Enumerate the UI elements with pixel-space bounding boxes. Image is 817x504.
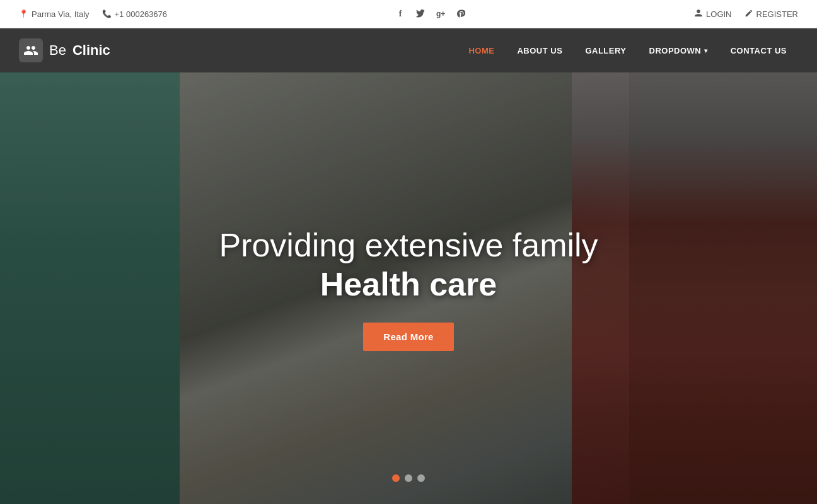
slider-dot-2[interactable]: [405, 474, 412, 482]
facebook-link[interactable]: f: [394, 8, 407, 20]
hero-section: Providing extensive family Health care R…: [0, 72, 817, 504]
logo-icon: [19, 38, 43, 62]
phone-info: 📞 +1 000263676: [102, 9, 168, 19]
twitter-link[interactable]: [414, 8, 427, 20]
hero-content: Providing extensive family Health care R…: [0, 72, 817, 504]
pinterest-link[interactable]: [455, 8, 467, 20]
nav-item-home[interactable]: HOME: [457, 30, 506, 71]
nav-menu: HOME ABOUT US GALLERY DROPDOWN ▾ CONTACT…: [457, 30, 798, 71]
hero-cta-button[interactable]: Read More: [363, 323, 453, 351]
location-text: Parma Via, Italy: [32, 9, 90, 19]
register-label: REGISTER: [756, 9, 798, 19]
phone-text: +1 000263676: [115, 9, 168, 19]
logo-bold: Clinic: [72, 42, 110, 59]
nav-link-dropdown[interactable]: DROPDOWN ▾: [638, 30, 719, 71]
logo-thin: Be: [49, 42, 66, 59]
nav-item-contact[interactable]: CONTACT US: [719, 30, 798, 71]
nav-link-gallery[interactable]: GALLERY: [574, 30, 637, 71]
slider-dot-3[interactable]: [417, 474, 425, 482]
nav-link-about[interactable]: ABOUT US: [506, 30, 574, 71]
hero-title: Providing extensive family Health care: [219, 226, 598, 304]
slider-dot-1[interactable]: [392, 474, 400, 482]
social-links: f g+: [394, 8, 467, 20]
navbar: Be Clinic HOME ABOUT US GALLERY DROPDOWN…: [0, 28, 817, 72]
location-icon: 📍: [19, 9, 28, 18]
nav-item-gallery[interactable]: GALLERY: [574, 30, 637, 71]
login-link[interactable]: LOGIN: [694, 9, 731, 20]
googleplus-link[interactable]: g+: [434, 8, 447, 20]
nav-link-contact[interactable]: CONTACT US: [719, 30, 798, 71]
login-icon: [694, 9, 703, 20]
logo[interactable]: Be Clinic: [19, 38, 110, 62]
login-label: LOGIN: [706, 9, 731, 19]
register-icon: [745, 9, 753, 20]
topbar-auth: LOGIN REGISTER: [694, 9, 798, 20]
slider-dots: [392, 474, 425, 482]
register-link[interactable]: REGISTER: [745, 9, 798, 20]
nav-link-home[interactable]: HOME: [457, 30, 506, 71]
nav-item-about[interactable]: ABOUT US: [506, 30, 574, 71]
dropdown-chevron-icon: ▾: [704, 47, 708, 54]
phone-icon: 📞: [102, 9, 112, 18]
location-info: 📍 Parma Via, Italy: [19, 9, 90, 19]
topbar-contact-info: 📍 Parma Via, Italy 📞 +1 000263676: [19, 9, 167, 19]
topbar: 📍 Parma Via, Italy 📞 +1 000263676 f g+ L…: [0, 0, 817, 28]
nav-item-dropdown[interactable]: DROPDOWN ▾: [638, 30, 719, 71]
